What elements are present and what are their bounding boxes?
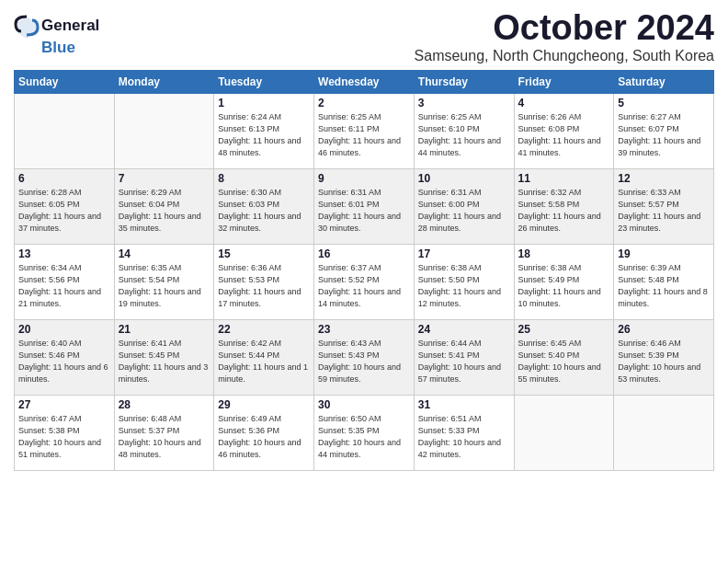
day-info: Sunrise: 6:31 AM Sunset: 6:01 PM Dayligh… bbox=[318, 187, 410, 235]
day-number: 16 bbox=[318, 247, 410, 260]
calendar-cell: 22Sunrise: 6:42 AM Sunset: 5:44 PM Dayli… bbox=[214, 319, 314, 395]
calendar-cell: 8Sunrise: 6:30 AM Sunset: 6:03 PM Daylig… bbox=[214, 168, 314, 244]
calendar-cell: 6Sunrise: 6:28 AM Sunset: 6:05 PM Daylig… bbox=[15, 168, 115, 244]
calendar-cell bbox=[514, 395, 614, 470]
col-tuesday: Tuesday bbox=[214, 70, 314, 93]
logo-icon bbox=[14, 13, 40, 39]
day-info: Sunrise: 6:37 AM Sunset: 5:52 PM Dayligh… bbox=[318, 262, 410, 310]
day-number: 13 bbox=[18, 247, 110, 260]
calendar-week-3: 13Sunrise: 6:34 AM Sunset: 5:56 PM Dayli… bbox=[15, 244, 714, 319]
col-monday: Monday bbox=[114, 70, 214, 93]
day-number: 11 bbox=[518, 172, 610, 185]
calendar-week-1: 1Sunrise: 6:24 AM Sunset: 6:13 PM Daylig… bbox=[15, 93, 714, 168]
subtitle: Samseung, North Chungcheong, South Korea bbox=[415, 48, 714, 64]
calendar-cell: 31Sunrise: 6:51 AM Sunset: 5:33 PM Dayli… bbox=[414, 395, 514, 470]
day-number: 1 bbox=[218, 97, 310, 109]
day-number: 28 bbox=[119, 398, 210, 411]
calendar-cell: 26Sunrise: 6:46 AM Sunset: 5:39 PM Dayli… bbox=[614, 319, 714, 395]
col-thursday: Thursday bbox=[414, 70, 514, 93]
day-number: 29 bbox=[218, 398, 310, 411]
day-info: Sunrise: 6:34 AM Sunset: 5:56 PM Dayligh… bbox=[18, 262, 110, 310]
logo-blue: Blue bbox=[41, 39, 75, 57]
day-number: 2 bbox=[318, 97, 410, 109]
calendar-cell: 30Sunrise: 6:50 AM Sunset: 5:35 PM Dayli… bbox=[314, 395, 415, 470]
day-info: Sunrise: 6:43 AM Sunset: 5:43 PM Dayligh… bbox=[318, 338, 410, 385]
logo: General Blue bbox=[14, 13, 99, 57]
day-info: Sunrise: 6:24 AM Sunset: 6:13 PM Dayligh… bbox=[218, 111, 310, 159]
calendar-cell: 21Sunrise: 6:41 AM Sunset: 5:45 PM Dayli… bbox=[114, 319, 214, 395]
day-info: Sunrise: 6:38 AM Sunset: 5:49 PM Dayligh… bbox=[518, 262, 610, 310]
col-sunday: Sunday bbox=[15, 70, 115, 93]
day-info: Sunrise: 6:25 AM Sunset: 6:10 PM Dayligh… bbox=[418, 111, 510, 159]
day-number: 6 bbox=[18, 172, 110, 185]
day-info: Sunrise: 6:47 AM Sunset: 5:38 PM Dayligh… bbox=[18, 413, 110, 461]
calendar-cell: 7Sunrise: 6:29 AM Sunset: 6:04 PM Daylig… bbox=[114, 168, 214, 244]
day-info: Sunrise: 6:40 AM Sunset: 5:46 PM Dayligh… bbox=[18, 338, 110, 385]
day-number: 15 bbox=[218, 247, 310, 260]
calendar-cell: 27Sunrise: 6:47 AM Sunset: 5:38 PM Dayli… bbox=[15, 395, 115, 470]
day-info: Sunrise: 6:26 AM Sunset: 6:08 PM Dayligh… bbox=[518, 111, 610, 159]
calendar: Sunday Monday Tuesday Wednesday Thursday… bbox=[14, 70, 714, 471]
calendar-cell: 11Sunrise: 6:32 AM Sunset: 5:58 PM Dayli… bbox=[514, 168, 614, 244]
day-number: 27 bbox=[18, 398, 110, 411]
calendar-cell: 5Sunrise: 6:27 AM Sunset: 6:07 PM Daylig… bbox=[614, 93, 714, 168]
day-number: 12 bbox=[618, 172, 710, 185]
day-number: 18 bbox=[518, 247, 610, 260]
calendar-cell: 2Sunrise: 6:25 AM Sunset: 6:11 PM Daylig… bbox=[314, 93, 415, 168]
calendar-cell: 4Sunrise: 6:26 AM Sunset: 6:08 PM Daylig… bbox=[514, 93, 614, 168]
calendar-cell: 25Sunrise: 6:45 AM Sunset: 5:40 PM Dayli… bbox=[514, 319, 614, 395]
day-info: Sunrise: 6:30 AM Sunset: 6:03 PM Dayligh… bbox=[218, 187, 310, 235]
day-number: 31 bbox=[418, 398, 510, 411]
calendar-cell: 1Sunrise: 6:24 AM Sunset: 6:13 PM Daylig… bbox=[214, 93, 314, 168]
title-area: October 2024 Samseung, North Chungcheong… bbox=[415, 9, 714, 64]
calendar-cell: 23Sunrise: 6:43 AM Sunset: 5:43 PM Dayli… bbox=[314, 319, 415, 395]
calendar-week-4: 20Sunrise: 6:40 AM Sunset: 5:46 PM Dayli… bbox=[15, 319, 714, 395]
day-number: 24 bbox=[418, 323, 510, 336]
day-info: Sunrise: 6:51 AM Sunset: 5:33 PM Dayligh… bbox=[418, 413, 510, 461]
calendar-week-5: 27Sunrise: 6:47 AM Sunset: 5:38 PM Dayli… bbox=[15, 395, 714, 470]
day-number: 14 bbox=[119, 247, 210, 260]
day-info: Sunrise: 6:29 AM Sunset: 6:04 PM Dayligh… bbox=[119, 187, 210, 235]
calendar-cell: 12Sunrise: 6:33 AM Sunset: 5:57 PM Dayli… bbox=[614, 168, 714, 244]
day-info: Sunrise: 6:48 AM Sunset: 5:37 PM Dayligh… bbox=[119, 413, 210, 461]
calendar-cell: 20Sunrise: 6:40 AM Sunset: 5:46 PM Dayli… bbox=[15, 319, 115, 395]
header: General Blue October 2024 Samseung, Nort… bbox=[14, 9, 714, 64]
day-number: 5 bbox=[618, 97, 710, 109]
day-info: Sunrise: 6:32 AM Sunset: 5:58 PM Dayligh… bbox=[518, 187, 610, 235]
day-info: Sunrise: 6:50 AM Sunset: 5:35 PM Dayligh… bbox=[318, 413, 410, 461]
day-number: 7 bbox=[119, 172, 210, 185]
day-number: 30 bbox=[318, 398, 410, 411]
day-info: Sunrise: 6:44 AM Sunset: 5:41 PM Dayligh… bbox=[418, 338, 510, 385]
calendar-cell: 18Sunrise: 6:38 AM Sunset: 5:49 PM Dayli… bbox=[514, 244, 614, 319]
calendar-cell: 15Sunrise: 6:36 AM Sunset: 5:53 PM Dayli… bbox=[214, 244, 314, 319]
col-wednesday: Wednesday bbox=[314, 70, 415, 93]
day-number: 9 bbox=[318, 172, 410, 185]
calendar-cell: 19Sunrise: 6:39 AM Sunset: 5:48 PM Dayli… bbox=[614, 244, 714, 319]
day-info: Sunrise: 6:35 AM Sunset: 5:54 PM Dayligh… bbox=[119, 262, 210, 310]
day-number: 3 bbox=[418, 97, 510, 109]
calendar-cell: 29Sunrise: 6:49 AM Sunset: 5:36 PM Dayli… bbox=[214, 395, 314, 470]
day-info: Sunrise: 6:33 AM Sunset: 5:57 PM Dayligh… bbox=[618, 187, 710, 235]
col-friday: Friday bbox=[514, 70, 614, 93]
day-info: Sunrise: 6:42 AM Sunset: 5:44 PM Dayligh… bbox=[218, 338, 310, 385]
calendar-header-row: Sunday Monday Tuesday Wednesday Thursday… bbox=[15, 70, 714, 93]
day-info: Sunrise: 6:27 AM Sunset: 6:07 PM Dayligh… bbox=[618, 111, 710, 159]
col-saturday: Saturday bbox=[614, 70, 714, 93]
day-info: Sunrise: 6:38 AM Sunset: 5:50 PM Dayligh… bbox=[418, 262, 510, 310]
day-info: Sunrise: 6:36 AM Sunset: 5:53 PM Dayligh… bbox=[218, 262, 310, 310]
day-number: 26 bbox=[618, 323, 710, 336]
calendar-cell: 9Sunrise: 6:31 AM Sunset: 6:01 PM Daylig… bbox=[314, 168, 415, 244]
day-info: Sunrise: 6:25 AM Sunset: 6:11 PM Dayligh… bbox=[318, 111, 410, 159]
calendar-cell: 13Sunrise: 6:34 AM Sunset: 5:56 PM Dayli… bbox=[15, 244, 115, 319]
calendar-cell: 24Sunrise: 6:44 AM Sunset: 5:41 PM Dayli… bbox=[414, 319, 514, 395]
day-info: Sunrise: 6:49 AM Sunset: 5:36 PM Dayligh… bbox=[218, 413, 310, 461]
day-info: Sunrise: 6:31 AM Sunset: 6:00 PM Dayligh… bbox=[418, 187, 510, 235]
day-number: 19 bbox=[618, 247, 710, 260]
day-info: Sunrise: 6:28 AM Sunset: 6:05 PM Dayligh… bbox=[18, 187, 110, 235]
day-info: Sunrise: 6:46 AM Sunset: 5:39 PM Dayligh… bbox=[618, 338, 710, 385]
day-number: 17 bbox=[418, 247, 510, 260]
calendar-cell bbox=[114, 93, 214, 168]
day-info: Sunrise: 6:45 AM Sunset: 5:40 PM Dayligh… bbox=[518, 338, 610, 385]
day-number: 4 bbox=[518, 97, 610, 109]
logo-general: General bbox=[41, 17, 99, 35]
